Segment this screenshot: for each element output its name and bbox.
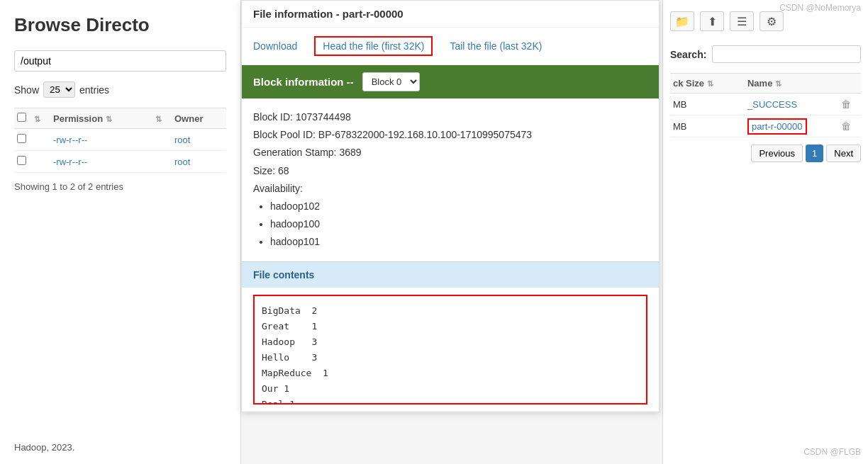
block-info-label: Block information -- xyxy=(253,76,354,88)
file-name-link-1[interactable]: _SUCCESS xyxy=(747,99,797,110)
entries-label: entries xyxy=(79,84,109,96)
previous-button[interactable]: Previous xyxy=(751,145,803,162)
size-header: ck Size ⇅ xyxy=(670,74,736,94)
table-row: MB _SUCCESS 🗑 xyxy=(670,94,861,115)
availability-label: Availability: xyxy=(253,180,647,198)
file-line-2: Great 1 xyxy=(262,319,639,334)
table-row: MB part-r-00000 🗑 xyxy=(670,115,861,137)
show-label: Show xyxy=(14,84,39,96)
search-row: Search: xyxy=(670,45,861,63)
generation-stamp: Generation Stamp: 3689 xyxy=(253,144,647,162)
block-size: Size: 68 xyxy=(253,162,647,180)
page-number[interactable]: 1 xyxy=(806,145,823,162)
show-entries: Show 25 entries xyxy=(14,81,226,98)
search-input[interactable] xyxy=(712,45,861,63)
delete-icon-2[interactable]: 🗑 xyxy=(841,120,851,132)
head-file-link[interactable]: Head the file (first 32K) xyxy=(314,36,433,56)
overlay-modal: File information - part-r-00000 Download… xyxy=(241,0,660,412)
upload-icon[interactable]: ⬆ xyxy=(700,11,724,31)
file-line-1: BigData 2 xyxy=(262,303,639,319)
file-name-cell-2: part-r-00000 xyxy=(745,115,838,137)
search-label: Search: xyxy=(670,49,706,60)
owner-link-1[interactable]: root xyxy=(174,135,190,145)
file-line-6: Our 1 xyxy=(262,381,639,397)
node-3: hadoop101 xyxy=(270,233,647,251)
block-id: Block ID: 1073744498 xyxy=(253,108,647,126)
overlay-title: File information - part-r-00000 xyxy=(242,1,659,28)
right-table: ck Size ⇅ Name ⇅ MB _SUCCESS 🗑 MB part-r… xyxy=(670,73,861,137)
table-row: -rw-r--r-- root xyxy=(14,151,226,173)
path-input[interactable] xyxy=(14,50,226,72)
block-pool-id: Block Pool ID: BP-678322000-192.168.10.1… xyxy=(253,126,647,144)
sort-icon: ⇅ xyxy=(34,115,40,123)
name-header: Name ⇅ xyxy=(745,74,838,94)
node-2: hadoop100 xyxy=(270,215,647,233)
permission-link-2[interactable]: -rw-r--r-- xyxy=(53,157,87,167)
file-contents-header: File contents xyxy=(242,261,659,288)
row-checkbox-2[interactable] xyxy=(17,156,26,165)
pagination: Previous 1 Next xyxy=(670,145,861,162)
watermark-top: CSDN @NoMemorya xyxy=(779,3,861,13)
download-link[interactable]: Download xyxy=(253,40,297,52)
next-button[interactable]: Next xyxy=(826,145,861,162)
overlay-actions: Download Head the file (first 32K) Tail … xyxy=(242,28,659,65)
file-contents-box[interactable]: BigData 2 Great 1 Hadoop 3 Hello 3 MapRe… xyxy=(253,295,647,404)
tail-file-link[interactable]: Tail the file (last 32K) xyxy=(450,40,542,52)
owner-link-2[interactable]: root xyxy=(174,157,190,167)
left-panel: Browse Directo Show 25 entries ⇅ Permiss… xyxy=(0,0,241,464)
file-name-cell-1: _SUCCESS xyxy=(745,94,838,115)
table-row: -rw-r--r-- root xyxy=(14,129,226,151)
showing-text: Showing 1 to 2 of 2 entries xyxy=(14,181,226,192)
permission-header: Permission ⇅ xyxy=(50,108,152,129)
file-size-2: MB xyxy=(670,115,736,137)
select-all-checkbox[interactable] xyxy=(17,113,26,122)
sort-icon2: ⇅ xyxy=(155,115,162,123)
block-details: Block ID: 1073744498 Block Pool ID: BP-6… xyxy=(242,98,659,261)
list-icon[interactable]: ☰ xyxy=(730,11,754,31)
permission-link-1[interactable]: -rw-r--r-- xyxy=(53,135,87,145)
file-line-3: Hadoop 3 xyxy=(262,334,639,350)
owner-header: Owner xyxy=(172,108,226,129)
left-table: ⇅ Permission ⇅ ⇅ Owner -rw-r--r-- root -… xyxy=(14,108,226,173)
block-select[interactable]: Block 0 xyxy=(362,72,420,91)
file-line-7: Real 1 xyxy=(262,397,639,404)
folder-icon[interactable]: 📁 xyxy=(670,11,694,31)
page-title: Browse Directo xyxy=(14,14,226,36)
right-panel: 📁 ⬆ ☰ ⚙ Search: ck Size ⇅ Name ⇅ MB _SUC… xyxy=(662,0,868,464)
file-name-link-2[interactable]: part-r-00000 xyxy=(747,118,807,135)
watermark-bottom: CSDN @FLGB xyxy=(803,447,861,457)
file-line-5: MapReduce 1 xyxy=(262,366,639,381)
settings-icon[interactable]: ⚙ xyxy=(760,11,784,31)
show-count-select[interactable]: 25 xyxy=(43,81,75,98)
row-checkbox-1[interactable] xyxy=(17,134,26,143)
footer-text: Hadoop, 2023. xyxy=(14,442,74,453)
file-line-4: Hello 3 xyxy=(262,350,639,366)
file-contents-container: BigData 2 Great 1 Hadoop 3 Hello 3 MapRe… xyxy=(242,295,659,404)
node-1: hadoop102 xyxy=(270,198,647,215)
file-size-1: MB xyxy=(670,94,736,115)
delete-icon-1[interactable]: 🗑 xyxy=(841,98,851,110)
block-info-header: Block information -- Block 0 xyxy=(242,65,659,98)
availability-list: hadoop102 hadoop100 hadoop101 xyxy=(270,198,647,251)
